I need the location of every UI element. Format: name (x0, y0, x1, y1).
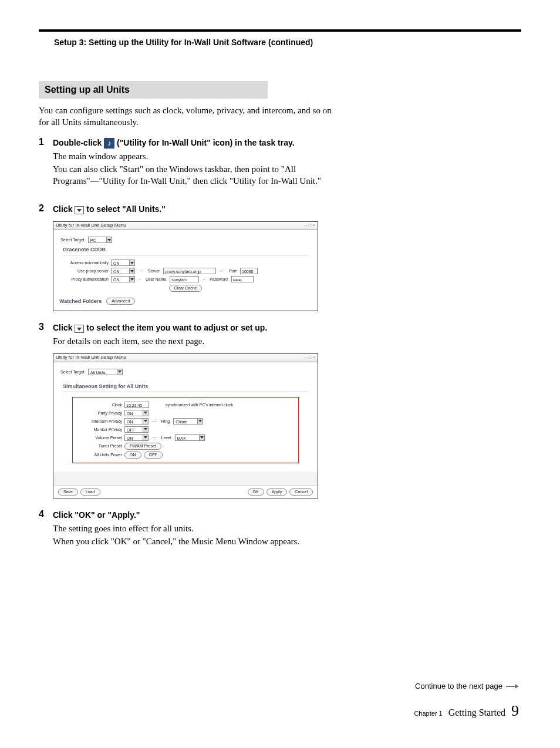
password-input[interactable]: •••••• (231, 276, 254, 282)
step-1: 1 Double-click ♪ ("Utility for In-Wall U… (39, 137, 350, 187)
access-auto-dropdown[interactable]: ON (111, 260, 135, 266)
step-4: 4 Click "OK" or "Apply." The setting goe… (39, 509, 350, 548)
step-2-title: Click to select "All Units." (53, 203, 350, 215)
chevron-down-icon (143, 419, 148, 424)
advanced-button[interactable]: Advanced (106, 298, 135, 305)
watched-folders-heading: Watched Folders (59, 298, 102, 304)
select-target-value: PC (89, 237, 106, 242)
window-controls-icon: – □ × (305, 223, 315, 229)
proxy-auth-value: ON (112, 277, 129, 282)
step-number: 2 (39, 203, 53, 215)
ring-label: Ring (161, 419, 170, 423)
mock2-window-title: Utility for In-Wall Unit Setup Menu (56, 355, 126, 361)
ok-button[interactable]: OK (248, 488, 264, 496)
select-target-value: All Units (89, 369, 117, 375)
chevron-down-icon (143, 427, 148, 432)
connector-dots: ···· (139, 269, 143, 273)
page-number: 9 (511, 702, 519, 720)
page-footer: Chapter 1 Getting Started 9 (414, 702, 519, 720)
chapter-label: Chapter 1 (414, 710, 442, 717)
select-target-dropdown[interactable]: All Units (88, 369, 123, 375)
step3-desc: For details on each item, see the next p… (53, 335, 350, 347)
ring-dropdown[interactable]: Chime (173, 418, 203, 424)
mock1-window-title: Utility for In-Wall Unit Setup Menu (56, 223, 126, 229)
step1-desc1: The main window appears. (53, 150, 350, 162)
window-controls-icon: – □ × (305, 355, 315, 361)
power-on-button[interactable]: ON (124, 452, 141, 459)
save-button[interactable]: Save (58, 488, 78, 496)
step-4-title: Click "OK" or "Apply." (53, 509, 350, 521)
breadcrumb: Setup 3: Setting up the Utility for In-W… (54, 38, 560, 47)
server-input[interactable]: proxy.sonytaro.or.jp (163, 268, 216, 274)
step1-desc2: You can also click "Start" on the Window… (53, 163, 350, 187)
use-proxy-label: Use proxy server (63, 269, 109, 273)
fmam-preset-button[interactable]: FM/AM Preset (124, 443, 161, 450)
port-input[interactable]: 10080 (240, 268, 258, 274)
step3-title-pre: Click (53, 323, 75, 332)
mock2-footer: Save Load OK Apply Cancel (53, 486, 318, 498)
cancel-button[interactable]: Cancel (289, 488, 313, 496)
connector-dots: ···· (152, 419, 157, 423)
port-label: Port (229, 269, 237, 273)
server-label: Server (148, 269, 160, 273)
intercom-privacy-dropdown[interactable]: ON (124, 418, 149, 424)
step2-title-post: to select "All Units." (86, 204, 166, 214)
section-label: Getting Started (448, 707, 505, 718)
arrow-right-icon (506, 684, 519, 689)
connector-dots: ···· (152, 436, 157, 440)
step1-title-post: ("Utility for In-Wall Unit" icon) in the… (117, 138, 295, 147)
mock1-titlebar: Utility for In-Wall Unit Setup Menu – □ … (53, 222, 318, 230)
all-units-power-label: All Units Power (76, 453, 122, 457)
mock2-titlebar: Utility for In-Wall Unit Setup Menu – □ … (53, 354, 318, 362)
chevron-down-icon (199, 435, 204, 440)
party-privacy-dropdown[interactable]: ON (124, 410, 149, 416)
step-3-title: Click to select the item you want to adj… (53, 322, 350, 334)
select-target-dropdown[interactable]: PC (88, 237, 112, 243)
chevron-down-icon (129, 260, 134, 265)
volume-preset-dropdown[interactable]: ON (124, 434, 149, 441)
chevron-down-icon (143, 435, 148, 440)
access-auto-value: ON (112, 260, 129, 265)
proxy-auth-dropdown[interactable]: ON (111, 276, 135, 282)
clear-cache-button[interactable]: Clear Cache (169, 285, 203, 292)
step4-desc1: The setting goes into effect for all uni… (53, 523, 350, 534)
power-off-button[interactable]: OFF (144, 452, 163, 459)
apply-button[interactable]: Apply (266, 488, 288, 496)
mock-window-1: Utility for In-Wall Unit Setup Menu – □ … (53, 221, 318, 311)
proxy-auth-label: Proxy authentication (63, 277, 109, 281)
dropdown-icon (75, 325, 84, 333)
mock-window-2: Utility for In-Wall Unit Setup Menu – □ … (53, 353, 318, 498)
step3-title-post: to select the item you want to adjust or… (86, 323, 267, 332)
connector-dots: ···· (220, 269, 224, 273)
party-privacy-value: ON (125, 410, 143, 416)
steps-list: 1 Double-click ♪ ("Utility for In-Wall U… (39, 137, 350, 216)
clock-note: synchronized with PC's internal clock (166, 403, 233, 407)
step-1-title: Double-click ♪ ("Utility for In-Wall Uni… (53, 137, 350, 149)
monitor-privacy-dropdown[interactable]: OFF (124, 426, 149, 433)
utility-app-icon: ♪ (104, 138, 114, 149)
step-number: 4 (39, 509, 53, 548)
load-button[interactable]: Load (80, 488, 100, 496)
access-auto-label: Access automatically (63, 261, 109, 265)
continue-prompt: Continue to the next page (415, 682, 519, 690)
chevron-down-icon (129, 277, 134, 282)
monitor-privacy-value: OFF (125, 427, 143, 432)
clock-input[interactable]: 10:23:45 (124, 402, 149, 408)
section-title: Setting up all Units (39, 81, 268, 99)
step2-title-pre: Click (53, 204, 75, 214)
step-2: 2 Click to select "All Units." (39, 203, 350, 215)
use-proxy-value: ON (112, 268, 129, 274)
step-number: 3 (39, 322, 53, 347)
select-target-label: Select Target (60, 370, 85, 374)
level-dropdown[interactable]: MAX (175, 434, 205, 441)
step1-title-pre: Double-click (53, 138, 104, 147)
volume-preset-value: ON (125, 435, 143, 440)
use-proxy-dropdown[interactable]: ON (111, 268, 135, 274)
username-label: User Name (146, 277, 166, 281)
connector-dots: ·· (139, 277, 141, 281)
password-label: Password (210, 277, 228, 281)
username-input[interactable]: sonytaro (170, 276, 199, 282)
select-target-label: Select Target (60, 238, 85, 242)
dropdown-icon (75, 206, 84, 214)
step-3: 3 Click to select the item you want to a… (39, 322, 350, 347)
